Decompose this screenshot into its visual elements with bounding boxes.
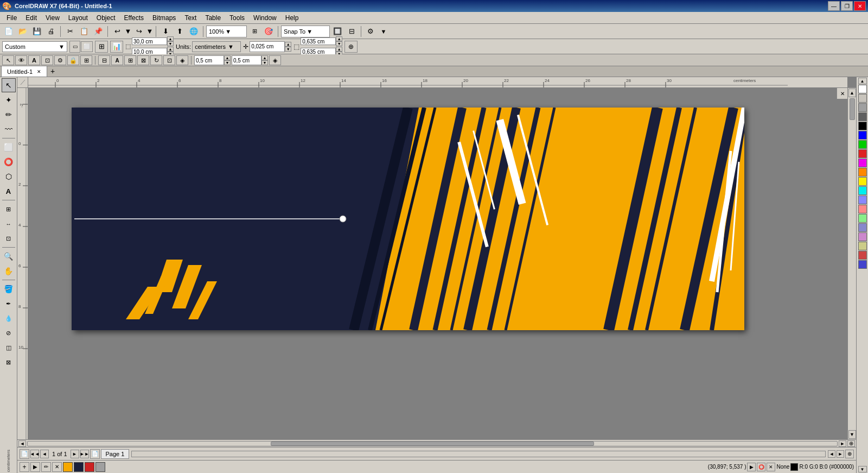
tool-options[interactable]: ▼ xyxy=(378,26,389,37)
swatch-yellow[interactable] xyxy=(858,177,867,186)
play-btn[interactable]: ▶ xyxy=(30,462,40,472)
freehand-tool[interactable]: ✏ xyxy=(2,108,16,122)
swatch-magenta[interactable] xyxy=(858,159,867,167)
workspace[interactable]: ✕ xyxy=(28,88,847,439)
select-tool-btn[interactable]: ↖ xyxy=(2,55,14,65)
scroll-left-btn[interactable]: ◄ xyxy=(18,440,26,447)
scale-btn[interactable]: ⊡ xyxy=(163,55,175,65)
pencil-btn[interactable]: ✏ xyxy=(41,462,51,472)
undo-button[interactable]: ↩ xyxy=(111,26,124,37)
distribute-btn[interactable]: A xyxy=(111,55,123,65)
print-button[interactable]: 🖨 xyxy=(44,26,58,37)
page-add-btn[interactable]: 📄 xyxy=(90,449,100,459)
ellipse-tool[interactable]: ⭕ xyxy=(2,155,16,169)
rotate-btn[interactable]: ↻ xyxy=(150,55,162,65)
scroll-thumb-v[interactable] xyxy=(850,98,855,120)
swatch-lightblue[interactable] xyxy=(858,195,867,204)
dim2y-up[interactable]: ▲ xyxy=(336,47,342,52)
mirror-h-btn[interactable]: ⊞ xyxy=(124,55,136,65)
dim2x-up[interactable]: ▲ xyxy=(336,36,342,41)
dim2-x-input[interactable]: 0,635 cm xyxy=(301,37,336,45)
menu-tools[interactable]: Tools xyxy=(225,12,249,24)
mirror-v-btn[interactable]: ⊠ xyxy=(137,55,149,65)
swatch-pink[interactable] xyxy=(858,232,867,241)
select-tool[interactable]: ↖ xyxy=(2,78,16,92)
menu-file[interactable]: File xyxy=(2,12,21,24)
zoom-dropdown[interactable]: 100% ▼ xyxy=(206,26,247,37)
hand-tool[interactable]: ✋ xyxy=(2,264,16,278)
scroll-up-btn[interactable]: ▲ xyxy=(848,89,856,97)
text-tool[interactable]: A xyxy=(2,184,16,198)
page-width-input[interactable]: 30,0 cm xyxy=(132,37,167,45)
color-swatch4[interactable] xyxy=(95,462,105,472)
fill-tool[interactable]: 🪣 xyxy=(2,282,16,296)
right-scrollbar[interactable]: ▲ ▼ xyxy=(847,88,856,439)
swatch-green[interactable] xyxy=(858,140,867,149)
snap-to-dropdown[interactable]: Snap To ▼ xyxy=(281,26,330,37)
dim2x-down[interactable]: ▼ xyxy=(336,41,342,46)
swatch-blue[interactable] xyxy=(858,131,867,140)
swatch-olive[interactable] xyxy=(858,242,867,250)
swatch-lightred[interactable] xyxy=(858,205,867,213)
page-last-btn[interactable]: ►► xyxy=(80,450,89,458)
save-button[interactable]: 💾 xyxy=(30,26,43,37)
snap-btn2[interactable]: ⊡ xyxy=(41,55,53,65)
close-button[interactable]: ✕ xyxy=(854,1,866,11)
posy-up[interactable]: ▲ xyxy=(261,55,268,60)
swatch-red[interactable] xyxy=(858,149,867,158)
page-options2[interactable]: 📊 xyxy=(110,41,123,53)
skew-btn[interactable]: ◈ xyxy=(176,55,188,65)
nudge-down[interactable]: ▼ xyxy=(285,47,291,52)
tab-close-icon[interactable]: ✕ xyxy=(37,69,41,74)
smart-draw-tool[interactable]: 〰 xyxy=(2,122,16,136)
page-next-btn[interactable]: ► xyxy=(71,450,79,458)
group-btn1[interactable]: ⊞ xyxy=(80,55,92,65)
stop-btn[interactable]: ✕ xyxy=(767,463,775,471)
swatch-lightgreen[interactable] xyxy=(858,214,867,223)
snap-toggle[interactable]: 🔲 xyxy=(331,26,344,37)
restore-button[interactable]: ❐ xyxy=(841,1,853,11)
menu-effects[interactable]: Effects xyxy=(120,12,148,24)
palette-scroll-up[interactable]: ▲ xyxy=(858,78,867,84)
menu-bitmaps[interactable]: Bitmaps xyxy=(148,12,180,24)
nudge-up[interactable]: ▲ xyxy=(285,42,291,47)
transform-tool[interactable]: ⊠ xyxy=(2,355,16,369)
lock-btn[interactable]: 🔒 xyxy=(67,55,79,65)
dimension-tool[interactable]: ↔ xyxy=(2,217,16,231)
tab-untitled1[interactable]: Untitled-1 ✕ xyxy=(1,66,47,77)
copy-button[interactable]: 📋 xyxy=(78,26,91,37)
play-status-btn[interactable]: ▶ xyxy=(747,463,756,471)
posx-down[interactable]: ▼ xyxy=(224,60,231,65)
h-scroll-thumb[interactable] xyxy=(27,441,838,446)
page-help-btn[interactable]: ⊕ xyxy=(344,41,358,53)
color-swatch1[interactable] xyxy=(63,462,73,472)
polygon-tool[interactable]: ⬡ xyxy=(2,169,16,184)
open-button[interactable]: 📂 xyxy=(16,26,29,37)
import-button[interactable]: ⬇ xyxy=(159,26,172,37)
swatch-darkgray[interactable] xyxy=(858,112,867,121)
nudge-input[interactable]: 0,025 cm xyxy=(250,41,285,52)
new-button[interactable]: 📄 xyxy=(2,26,15,37)
page-options1[interactable]: ⊞ xyxy=(95,41,108,53)
swatch-darkred[interactable] xyxy=(858,251,867,260)
height-up[interactable]: ▲ xyxy=(167,47,174,52)
page-prev-btn[interactable]: ◄ xyxy=(40,450,49,458)
menu-text[interactable]: Text xyxy=(180,12,201,24)
shadow-tool[interactable]: ◫ xyxy=(2,340,16,355)
text-btn2[interactable]: A xyxy=(28,55,40,65)
pos-y-input[interactable]: 0,5 cm xyxy=(232,55,261,65)
swatch-lightgray[interactable] xyxy=(858,94,867,103)
blend-tool[interactable]: ⊘ xyxy=(2,326,16,340)
connector-tool[interactable]: ⊡ xyxy=(2,231,16,245)
align-btn2[interactable]: ⊟ xyxy=(98,55,110,65)
cut-button[interactable]: ✂ xyxy=(63,26,76,37)
menu-table[interactable]: Table xyxy=(201,12,225,24)
width-up[interactable]: ▲ xyxy=(167,36,174,41)
view-mode-btn[interactable]: 👁 xyxy=(15,55,27,65)
width-down[interactable]: ▼ xyxy=(167,41,174,46)
undo-arrow[interactable]: ▼ xyxy=(125,26,131,37)
record-btn[interactable]: ⭕ xyxy=(757,463,765,471)
color-swatch3[interactable] xyxy=(85,462,94,472)
pos-x-input[interactable]: 0,5 cm xyxy=(194,55,224,65)
page-scroll-right[interactable]: ► xyxy=(837,450,844,458)
